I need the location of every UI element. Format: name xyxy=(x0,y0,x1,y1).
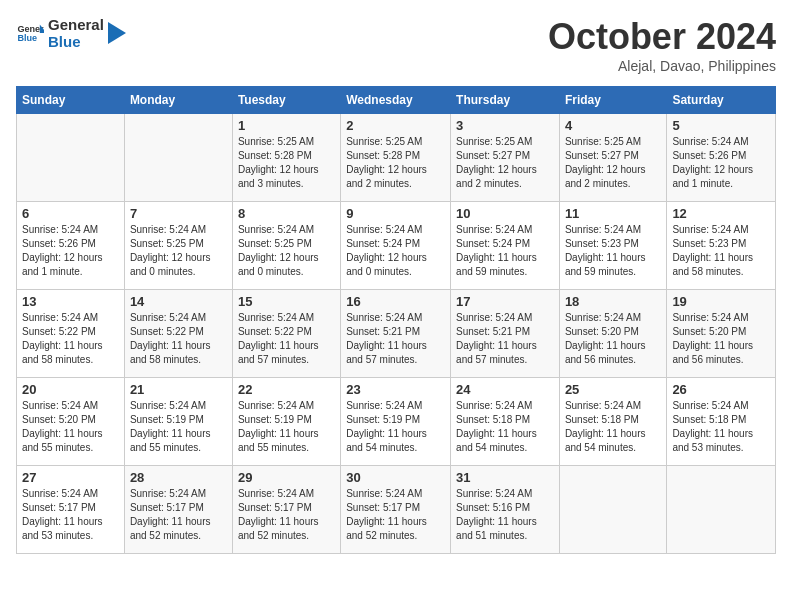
day-info: Sunrise: 5:24 AMSunset: 5:20 PMDaylight:… xyxy=(672,311,770,367)
calendar-cell: 11Sunrise: 5:24 AMSunset: 5:23 PMDayligh… xyxy=(559,202,666,290)
day-info: Sunrise: 5:24 AMSunset: 5:23 PMDaylight:… xyxy=(565,223,661,279)
calendar-cell xyxy=(17,114,125,202)
calendar-cell: 24Sunrise: 5:24 AMSunset: 5:18 PMDayligh… xyxy=(451,378,560,466)
svg-marker-3 xyxy=(108,22,126,44)
day-number: 9 xyxy=(346,206,445,221)
day-info: Sunrise: 5:24 AMSunset: 5:24 PMDaylight:… xyxy=(456,223,554,279)
day-info: Sunrise: 5:24 AMSunset: 5:19 PMDaylight:… xyxy=(130,399,227,455)
calendar-cell: 17Sunrise: 5:24 AMSunset: 5:21 PMDayligh… xyxy=(451,290,560,378)
day-info: Sunrise: 5:25 AMSunset: 5:27 PMDaylight:… xyxy=(565,135,661,191)
calendar-week-row: 27Sunrise: 5:24 AMSunset: 5:17 PMDayligh… xyxy=(17,466,776,554)
month-title: October 2024 xyxy=(548,16,776,58)
calendar-cell: 10Sunrise: 5:24 AMSunset: 5:24 PMDayligh… xyxy=(451,202,560,290)
day-info: Sunrise: 5:24 AMSunset: 5:19 PMDaylight:… xyxy=(238,399,335,455)
day-info: Sunrise: 5:24 AMSunset: 5:21 PMDaylight:… xyxy=(346,311,445,367)
day-number: 28 xyxy=(130,470,227,485)
day-number: 17 xyxy=(456,294,554,309)
calendar-cell: 16Sunrise: 5:24 AMSunset: 5:21 PMDayligh… xyxy=(341,290,451,378)
day-info: Sunrise: 5:24 AMSunset: 5:20 PMDaylight:… xyxy=(22,399,119,455)
day-info: Sunrise: 5:24 AMSunset: 5:25 PMDaylight:… xyxy=(130,223,227,279)
calendar-cell: 25Sunrise: 5:24 AMSunset: 5:18 PMDayligh… xyxy=(559,378,666,466)
logo-blue: Blue xyxy=(48,33,104,50)
calendar-cell xyxy=(559,466,666,554)
day-info: Sunrise: 5:24 AMSunset: 5:26 PMDaylight:… xyxy=(22,223,119,279)
calendar-cell: 18Sunrise: 5:24 AMSunset: 5:20 PMDayligh… xyxy=(559,290,666,378)
calendar-cell: 13Sunrise: 5:24 AMSunset: 5:22 PMDayligh… xyxy=(17,290,125,378)
day-info: Sunrise: 5:25 AMSunset: 5:28 PMDaylight:… xyxy=(238,135,335,191)
calendar-cell: 23Sunrise: 5:24 AMSunset: 5:19 PMDayligh… xyxy=(341,378,451,466)
title-block: October 2024 Alejal, Davao, Philippines xyxy=(548,16,776,74)
calendar-cell: 14Sunrise: 5:24 AMSunset: 5:22 PMDayligh… xyxy=(124,290,232,378)
day-info: Sunrise: 5:24 AMSunset: 5:18 PMDaylight:… xyxy=(672,399,770,455)
calendar-week-row: 20Sunrise: 5:24 AMSunset: 5:20 PMDayligh… xyxy=(17,378,776,466)
logo-icon: General Blue xyxy=(16,19,44,47)
day-number: 14 xyxy=(130,294,227,309)
day-number: 4 xyxy=(565,118,661,133)
day-number: 11 xyxy=(565,206,661,221)
day-number: 31 xyxy=(456,470,554,485)
calendar-cell: 20Sunrise: 5:24 AMSunset: 5:20 PMDayligh… xyxy=(17,378,125,466)
calendar-cell: 6Sunrise: 5:24 AMSunset: 5:26 PMDaylight… xyxy=(17,202,125,290)
calendar-cell: 15Sunrise: 5:24 AMSunset: 5:22 PMDayligh… xyxy=(232,290,340,378)
day-info: Sunrise: 5:24 AMSunset: 5:23 PMDaylight:… xyxy=(672,223,770,279)
calendar-cell xyxy=(667,466,776,554)
day-info: Sunrise: 5:24 AMSunset: 5:18 PMDaylight:… xyxy=(565,399,661,455)
day-number: 25 xyxy=(565,382,661,397)
day-info: Sunrise: 5:24 AMSunset: 5:21 PMDaylight:… xyxy=(456,311,554,367)
day-info: Sunrise: 5:24 AMSunset: 5:20 PMDaylight:… xyxy=(565,311,661,367)
calendar-cell: 2Sunrise: 5:25 AMSunset: 5:28 PMDaylight… xyxy=(341,114,451,202)
day-number: 15 xyxy=(238,294,335,309)
day-number: 10 xyxy=(456,206,554,221)
calendar-cell: 30Sunrise: 5:24 AMSunset: 5:17 PMDayligh… xyxy=(341,466,451,554)
day-number: 13 xyxy=(22,294,119,309)
day-info: Sunrise: 5:24 AMSunset: 5:17 PMDaylight:… xyxy=(346,487,445,543)
logo: General Blue General Blue xyxy=(16,16,126,51)
day-info: Sunrise: 5:24 AMSunset: 5:22 PMDaylight:… xyxy=(238,311,335,367)
calendar-cell: 29Sunrise: 5:24 AMSunset: 5:17 PMDayligh… xyxy=(232,466,340,554)
svg-text:Blue: Blue xyxy=(17,34,37,44)
day-number: 7 xyxy=(130,206,227,221)
day-number: 1 xyxy=(238,118,335,133)
weekday-header-wednesday: Wednesday xyxy=(341,87,451,114)
day-info: Sunrise: 5:24 AMSunset: 5:25 PMDaylight:… xyxy=(238,223,335,279)
calendar-cell: 28Sunrise: 5:24 AMSunset: 5:17 PMDayligh… xyxy=(124,466,232,554)
day-info: Sunrise: 5:24 AMSunset: 5:22 PMDaylight:… xyxy=(22,311,119,367)
calendar-cell: 27Sunrise: 5:24 AMSunset: 5:17 PMDayligh… xyxy=(17,466,125,554)
logo-general: General xyxy=(48,16,104,33)
day-number: 18 xyxy=(565,294,661,309)
weekday-header-monday: Monday xyxy=(124,87,232,114)
day-number: 16 xyxy=(346,294,445,309)
day-number: 12 xyxy=(672,206,770,221)
day-info: Sunrise: 5:24 AMSunset: 5:22 PMDaylight:… xyxy=(130,311,227,367)
calendar-cell: 7Sunrise: 5:24 AMSunset: 5:25 PMDaylight… xyxy=(124,202,232,290)
calendar-cell: 3Sunrise: 5:25 AMSunset: 5:27 PMDaylight… xyxy=(451,114,560,202)
day-number: 26 xyxy=(672,382,770,397)
day-info: Sunrise: 5:24 AMSunset: 5:18 PMDaylight:… xyxy=(456,399,554,455)
day-info: Sunrise: 5:25 AMSunset: 5:27 PMDaylight:… xyxy=(456,135,554,191)
day-number: 30 xyxy=(346,470,445,485)
calendar-cell: 1Sunrise: 5:25 AMSunset: 5:28 PMDaylight… xyxy=(232,114,340,202)
weekday-header-thursday: Thursday xyxy=(451,87,560,114)
day-number: 22 xyxy=(238,382,335,397)
day-number: 8 xyxy=(238,206,335,221)
day-number: 23 xyxy=(346,382,445,397)
page-header: General Blue General Blue October 2024 A… xyxy=(16,16,776,74)
day-number: 24 xyxy=(456,382,554,397)
calendar-cell: 31Sunrise: 5:24 AMSunset: 5:16 PMDayligh… xyxy=(451,466,560,554)
day-info: Sunrise: 5:24 AMSunset: 5:17 PMDaylight:… xyxy=(130,487,227,543)
day-info: Sunrise: 5:24 AMSunset: 5:19 PMDaylight:… xyxy=(346,399,445,455)
day-number: 27 xyxy=(22,470,119,485)
calendar-cell: 4Sunrise: 5:25 AMSunset: 5:27 PMDaylight… xyxy=(559,114,666,202)
calendar-week-row: 6Sunrise: 5:24 AMSunset: 5:26 PMDaylight… xyxy=(17,202,776,290)
calendar-cell: 12Sunrise: 5:24 AMSunset: 5:23 PMDayligh… xyxy=(667,202,776,290)
calendar-cell: 8Sunrise: 5:24 AMSunset: 5:25 PMDaylight… xyxy=(232,202,340,290)
calendar-cell: 5Sunrise: 5:24 AMSunset: 5:26 PMDaylight… xyxy=(667,114,776,202)
calendar-week-row: 13Sunrise: 5:24 AMSunset: 5:22 PMDayligh… xyxy=(17,290,776,378)
day-info: Sunrise: 5:24 AMSunset: 5:24 PMDaylight:… xyxy=(346,223,445,279)
calendar-week-row: 1Sunrise: 5:25 AMSunset: 5:28 PMDaylight… xyxy=(17,114,776,202)
calendar-header-row: SundayMondayTuesdayWednesdayThursdayFrid… xyxy=(17,87,776,114)
day-number: 3 xyxy=(456,118,554,133)
day-number: 21 xyxy=(130,382,227,397)
day-number: 29 xyxy=(238,470,335,485)
weekday-header-friday: Friday xyxy=(559,87,666,114)
